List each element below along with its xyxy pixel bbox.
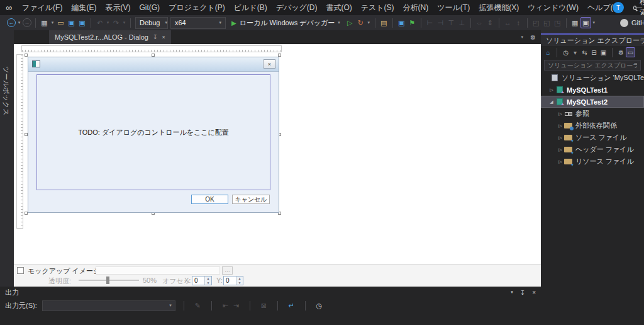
spinner-buttons[interactable]: ▲▼ [204, 277, 211, 285]
open-folder-icon[interactable]: ▭ [55, 17, 66, 28]
pin-icon[interactable]: ↧ [520, 289, 525, 296]
node-header-files[interactable]: ▷ ヘッダー ファイル [541, 144, 644, 156]
expander-icon[interactable]: ▷ [557, 123, 564, 128]
offset-x-stepper[interactable]: 0 ▲▼ [192, 276, 212, 285]
expander-icon[interactable]: ▷ [557, 111, 564, 117]
horizontal-spacing-equal-icon[interactable]: ⇔ [474, 17, 485, 28]
redo-icon[interactable]: ↷ [111, 17, 121, 28]
attach-to-process-icon[interactable]: ▣ [396, 17, 407, 28]
save-all-icon[interactable]: ▣ [77, 17, 87, 28]
designed-dialog[interactable]: × TODO: ダイアログのコントロールをここに配置 OK キャンセル [28, 57, 279, 213]
dialog-designer-canvas[interactable]: × TODO: ダイアログのコントロールをここに配置 OK キャンセル [14, 44, 541, 264]
grid-toggle-icon[interactable]: ▦ [570, 17, 580, 28]
close-icon[interactable]: × [162, 34, 165, 40]
start-debugging-dropdown[interactable]: ▾ [338, 20, 340, 25]
previous-message-icon[interactable]: ⇤ [220, 300, 231, 311]
toolbox-tab[interactable]: ツールボックス [1, 66, 11, 116]
slider-thumb[interactable] [106, 277, 109, 284]
sync-with-active-document-icon[interactable]: ⇆ [580, 47, 589, 57]
size-to-content-icon[interactable]: ◰ [531, 17, 541, 28]
solution-explorer-title[interactable]: ソリューション エクスプローラー [541, 35, 644, 46]
expander-icon[interactable]: ▷ [557, 147, 564, 152]
menu-item[interactable]: 拡張機能(X) [474, 0, 523, 15]
align-lefts-icon[interactable]: ⊢ [425, 17, 435, 28]
dialog-ok-button[interactable]: OK [191, 195, 228, 204]
browse-button[interactable]: … [222, 266, 233, 275]
undo-icon[interactable]: ↶ [94, 17, 105, 28]
hot-reload-dropdown[interactable]: ▾ [366, 17, 372, 28]
menu-item[interactable]: ツール(T) [433, 0, 474, 15]
node-references[interactable]: ▷ 参照 [541, 108, 644, 120]
undo-dropdown[interactable]: ▾ [105, 17, 111, 28]
pending-changes-filter-icon[interactable]: ◷ [561, 47, 570, 57]
expand-icon[interactable]: ◳ [552, 17, 563, 28]
filter-dropdown[interactable]: ▾ [570, 47, 580, 57]
expander-icon[interactable]: ▷ [557, 135, 564, 140]
navigate-forward-icon[interactable]: → [23, 18, 31, 27]
node-external-dependencies[interactable]: ▷ 外部依存関係 [541, 120, 644, 132]
show-all-files-icon[interactable]: ▣ [599, 47, 608, 57]
make-same-height-icon[interactable]: ↕ [513, 17, 524, 28]
menu-item[interactable]: 表示(V) [101, 0, 135, 15]
expander-icon[interactable]: ◢ [548, 100, 555, 105]
navigate-back-dropdown[interactable]: ▾ [16, 17, 22, 28]
pin-icon[interactable]: ↧ [153, 34, 158, 40]
breakpoints-flag-icon[interactable]: ⚑ [407, 17, 418, 28]
node-source-files[interactable]: ▷ ソース ファイル [541, 132, 644, 144]
menu-item[interactable]: デバッグ(D) [272, 0, 322, 15]
menu-item[interactable]: ファイル(F) [18, 0, 67, 15]
align-bottoms-icon[interactable]: ⊥ [457, 17, 467, 28]
properties-wrench-icon[interactable]: ⚙ [616, 47, 626, 57]
align-rights-icon[interactable]: ⊣ [435, 17, 446, 28]
menu-item[interactable]: ウィンドウ(W) [523, 0, 583, 15]
mockup-image-checkbox[interactable] [17, 267, 24, 274]
menu-item[interactable]: テスト(S) [357, 0, 399, 15]
start-without-debugging-icon[interactable]: ▷ [345, 17, 355, 28]
start-debugging-button[interactable]: ▶ ローカル Windows デバッガー ▾ [231, 18, 340, 28]
dialog-cancel-button[interactable]: キャンセル [232, 195, 270, 204]
menu-item[interactable]: Git(G) [135, 0, 164, 15]
make-same-width-icon[interactable]: ↔ [502, 17, 513, 28]
menu-item[interactable]: プロジェクト(P) [164, 0, 230, 15]
center-horizontal-icon[interactable]: ◱ [541, 17, 552, 28]
solution-search-input[interactable] [545, 62, 640, 69]
expander-icon[interactable]: ▷ [548, 88, 555, 93]
window-options-gear-icon[interactable]: ⚙ [530, 34, 536, 41]
word-wrap-icon[interactable]: ↵ [286, 300, 297, 311]
find-in-files-icon[interactable]: ▤ [379, 17, 389, 28]
close-icon[interactable]: × [532, 289, 536, 296]
switch-views-icon[interactable]: ⌂ [543, 47, 553, 57]
next-message-icon[interactable]: ⇥ [231, 300, 242, 311]
menu-item[interactable]: 分析(N) [399, 0, 433, 15]
spin-down-icon[interactable]: ▼ [205, 281, 211, 285]
redo-dropdown[interactable]: ▾ [121, 17, 127, 28]
menu-item[interactable]: ビルド(B) [230, 0, 272, 15]
preview-selected-items-icon[interactable]: ▭ [626, 47, 635, 57]
output-source-combo[interactable]: ▾ [42, 300, 175, 311]
vertical-spacing-equal-icon[interactable]: ⇕ [485, 17, 496, 28]
project-mysqltest2[interactable]: ◢ MySQLTest2 [541, 96, 644, 108]
menu-item[interactable]: 書式(O) [321, 0, 356, 15]
solution-platform-combo[interactable]: x64 ▾ [170, 17, 226, 29]
document-tab[interactable]: MySQLTest2.r...ALOG - Dialog ↧ × [49, 30, 171, 44]
timestamp-icon[interactable]: ◷ [314, 300, 325, 311]
solution-configuration-combo[interactable]: Debug ▾ [135, 17, 168, 29]
new-project-icon[interactable]: ▦ [39, 17, 50, 28]
hot-reload-icon[interactable]: ↻ [355, 17, 366, 28]
menu-item[interactable]: 編集(E) [67, 0, 101, 15]
tab-list-dropdown[interactable]: ▾ [521, 35, 524, 40]
user-avatar[interactable]: T [613, 2, 624, 13]
mockup-image-path-field[interactable] [96, 266, 220, 275]
toolbar-overflow-dropdown[interactable]: ▾ [591, 17, 597, 28]
find-message-icon[interactable]: ✎ [192, 300, 203, 311]
window-position-dropdown[interactable]: ▾ [511, 290, 513, 295]
node-resource-files[interactable]: ▷ リソース ファイル [541, 156, 644, 168]
solution-node[interactable]: ソリューション 'MySQLTest' (2/2 のプロジェクト) [541, 72, 644, 84]
clear-all-icon[interactable]: ⊠ [258, 300, 269, 311]
spinner-buttons[interactable]: ▲▼ [236, 277, 243, 285]
navigate-back-icon[interactable]: ← [7, 18, 16, 27]
github-button[interactable]: GitHub [620, 15, 644, 30]
save-icon[interactable]: ▣ [66, 17, 77, 28]
project-mysqltest1[interactable]: ▷ MySQLTest1 [541, 84, 644, 96]
spin-down-icon[interactable]: ▼ [236, 281, 243, 285]
